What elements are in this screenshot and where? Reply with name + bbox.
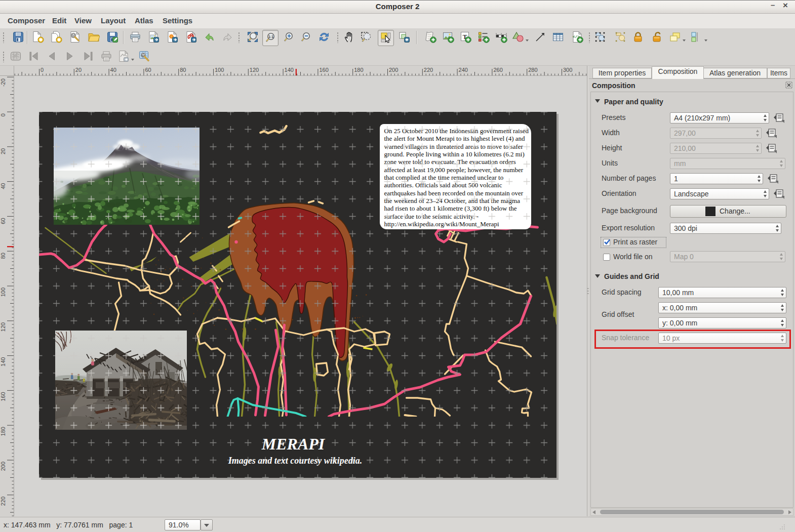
svg-text:120: 120	[250, 67, 259, 73]
svg-text:0: 0	[0, 113, 6, 116]
svg-text:140: 140	[285, 67, 294, 73]
svg-text:260: 260	[493, 67, 502, 73]
svg-text:300: 300	[563, 67, 572, 73]
svg-text:60: 60	[0, 218, 6, 224]
svg-text:160: 160	[319, 67, 328, 73]
svg-text:80: 80	[180, 67, 186, 73]
svg-text:120: 120	[0, 322, 6, 332]
svg-text:40: 40	[0, 183, 6, 189]
svg-text:220: 220	[0, 497, 6, 506]
svg-text:160: 160	[0, 392, 6, 401]
svg-text:20: 20	[75, 67, 82, 73]
svg-text:40: 40	[110, 67, 116, 73]
svg-text:220: 220	[424, 67, 433, 73]
svg-text:200: 200	[389, 67, 398, 73]
svg-text:180: 180	[0, 427, 6, 436]
svg-text:60: 60	[145, 67, 151, 73]
svg-text:1:1: 1:1	[268, 35, 273, 38]
svg-text:-20: -20	[0, 78, 6, 87]
svg-text:200: 200	[0, 462, 6, 471]
svg-text:100: 100	[0, 288, 6, 297]
svg-text:280: 280	[528, 67, 537, 73]
svg-text:240: 240	[459, 67, 468, 73]
svg-text:100: 100	[215, 67, 224, 73]
svg-text:0: 0	[41, 67, 44, 73]
svg-text:80: 80	[0, 253, 6, 259]
svg-text:140: 140	[0, 357, 6, 366]
svg-text:20: 20	[0, 148, 6, 154]
svg-text:180: 180	[354, 67, 363, 73]
